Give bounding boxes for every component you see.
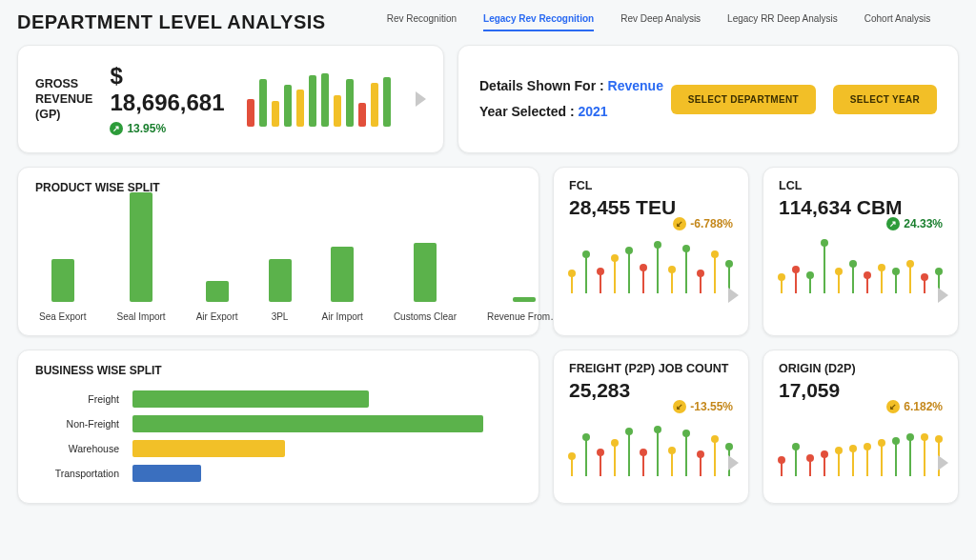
gross-revenue-pct: ↗ 13.95% — [110, 122, 166, 135]
fcl-next-icon[interactable] — [728, 288, 739, 303]
product-wise-split-chart: Sea ExportSeal ImportAir Export3PLAir Im… — [35, 208, 521, 322]
select-department-button[interactable]: SELECT DEPARTMENT — [671, 85, 816, 114]
lcl-value: 114,634 CBM — [779, 196, 943, 219]
lcl-card: LCL 114,634 CBM ↗24.33% — [762, 167, 959, 336]
business-wise-split-title: BUSINESS WISE SPLIT — [35, 364, 521, 377]
origin-value: 17,059 — [779, 379, 943, 402]
product-category-label: Sea Export — [39, 311, 86, 322]
gross-revenue-label: GROSS REVENUE (GP) — [35, 76, 92, 123]
page-title: DEPARTMENT LEVEL ANALYSIS — [17, 11, 326, 33]
lcl-title: LCL — [779, 179, 943, 192]
product-category-label: Customs Clear — [394, 311, 457, 322]
business-category-label: Transportation — [35, 468, 119, 479]
product-category-label: Seal Import — [116, 311, 165, 322]
gross-next-icon[interactable] — [416, 91, 426, 107]
freight-title: FREIGHT (P2P) JOB COUNT — [569, 362, 733, 375]
product-wise-split-card: PRODUCT WISE SPLIT Sea ExportSeal Import… — [17, 167, 539, 336]
freight-card: FREIGHT (P2P) JOB COUNT 25,283 ↙-13.55% — [553, 350, 749, 504]
business-category-label: Warehouse — [35, 443, 119, 454]
arrow-up-icon: ↗ — [110, 122, 123, 135]
business-category-label: Non-Freight — [35, 418, 119, 430]
select-year-button[interactable]: SELECT YEAR — [833, 85, 937, 114]
tab-legacy-rr-deep-analysis[interactable]: Legacy RR Deep Analysis — [727, 13, 838, 31]
fcl-card: FCL 28,455 TEU ↙-6.788% — [553, 167, 749, 336]
origin-card: ORIGIN (D2P) 17,059 ↙6.182% — [762, 350, 959, 504]
business-wise-split-card: BUSINESS WISE SPLIT FreightNon-FreightWa… — [17, 350, 539, 504]
fcl-title: FCL — [569, 179, 733, 192]
lcl-next-icon[interactable] — [938, 288, 948, 303]
tab-legacy-rev-recognition[interactable]: Legacy Rev Recognition — [483, 13, 594, 31]
tab-rev-recognition[interactable]: Rev Recognition — [387, 13, 457, 31]
arrow-down-icon: ↙ — [673, 400, 686, 413]
origin-pct: ↙6.182% — [886, 400, 943, 413]
freight-next-icon[interactable] — [728, 455, 739, 470]
lcl-sparkline — [779, 238, 943, 295]
business-wise-split-chart: FreightNon-FreightWarehouseTransportatio… — [35, 390, 521, 482]
origin-sparkline — [779, 421, 943, 478]
tab-bar: Rev RecognitionLegacy Rev RecognitionRev… — [387, 13, 931, 31]
origin-next-icon[interactable] — [938, 455, 948, 470]
details-shown-for-value[interactable]: Revenue — [608, 78, 663, 93]
business-category-label: Freight — [35, 393, 119, 405]
product-category-label: Revenue From…. — [487, 311, 562, 322]
arrow-down-icon: ↙ — [673, 217, 686, 230]
gross-revenue-card: GROSS REVENUE (GP) $ 18,696,681 ↗ 13.95% — [17, 45, 444, 153]
details-shown-for-label: Details Shown For : — [479, 78, 608, 93]
freight-sparkline — [569, 421, 733, 478]
details-card: Details Shown For : Revenue Year Selecte… — [458, 45, 959, 153]
fcl-pct: ↙-6.788% — [673, 217, 733, 230]
gross-revenue-value: $ 18,696,681 — [110, 63, 230, 116]
product-category-label: Air Import — [322, 311, 363, 322]
fcl-sparkline — [569, 238, 733, 295]
arrow-down-icon: ↙ — [886, 400, 900, 413]
product-category-label: 3PL — [272, 311, 289, 322]
freight-value: 25,283 — [569, 379, 733, 402]
year-selected-value[interactable]: 2021 — [579, 104, 608, 119]
product-wise-split-title: PRODUCT WISE SPLIT — [35, 181, 521, 194]
product-category-label: Air Export — [196, 311, 238, 322]
fcl-value: 28,455 TEU — [569, 196, 733, 219]
arrow-up-icon: ↗ — [886, 217, 900, 230]
gross-revenue-sparkline — [247, 71, 391, 127]
origin-title: ORIGIN (D2P) — [779, 362, 943, 375]
lcl-pct: ↗24.33% — [886, 217, 943, 230]
tab-cohort-analysis[interactable]: Cohort Analysis — [864, 13, 930, 31]
tab-rev-deep-analysis[interactable]: Rev Deep Analysis — [620, 13, 701, 31]
year-selected-label: Year Selected : — [479, 104, 579, 119]
freight-pct: ↙-13.55% — [673, 400, 733, 413]
